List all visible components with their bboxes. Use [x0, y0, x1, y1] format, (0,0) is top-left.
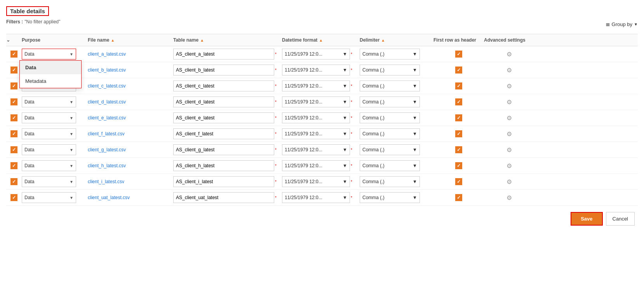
gear-icon-7[interactable]: ⚙	[506, 146, 512, 154]
row-check-10[interactable]	[6, 194, 22, 201]
datetime-select-8[interactable]: 11/25/1979 12:0... ▼	[282, 160, 350, 171]
filename-link-6[interactable]: client_f_latest.csv	[88, 131, 125, 137]
gear-icon-5[interactable]: ⚙	[506, 114, 512, 122]
checkbox-7[interactable]	[10, 146, 17, 153]
checkbox-2[interactable]	[10, 67, 17, 74]
cancel-button[interactable]: Cancel	[606, 212, 635, 226]
row-check-6[interactable]	[6, 130, 22, 137]
tablename-input-2[interactable]	[173, 65, 274, 75]
checkbox-5[interactable]	[10, 114, 17, 121]
delimiter-select-7[interactable]: Comma (,) ▼	[360, 144, 420, 155]
tablename-input-4[interactable]	[173, 96, 274, 107]
purpose-select-5[interactable]: Data ▼	[22, 112, 76, 123]
tablename-input-1[interactable]	[173, 49, 274, 60]
tablename-input-9[interactable]	[173, 176, 274, 187]
row-firstrow-1[interactable]	[433, 51, 484, 58]
purpose-select-7[interactable]: Data ▼	[22, 144, 76, 155]
datetime-select-4[interactable]: 11/25/1979 12:0... ▼	[282, 96, 350, 107]
row-firstrow-2[interactable]	[433, 67, 484, 74]
firstrow-checkbox-5[interactable]	[455, 114, 462, 121]
row-check-1[interactable]	[6, 51, 22, 58]
filename-link-4[interactable]: client_d_latest.csv	[88, 99, 126, 105]
tablename-filter-icon[interactable]: ▲	[200, 38, 204, 42]
firstrow-checkbox-8[interactable]	[455, 162, 462, 169]
row-advanced-4[interactable]: ⚙	[484, 98, 534, 106]
datetime-select-3[interactable]: 11/25/1979 12:0... ▼	[282, 81, 350, 91]
row-firstrow-9[interactable]	[433, 178, 484, 185]
tablename-input-6[interactable]	[173, 128, 274, 139]
datetime-select-5[interactable]: 11/25/1979 12:0... ▼	[282, 112, 350, 123]
delimiter-select-8[interactable]: Comma (,) ▼	[360, 160, 420, 171]
filename-filter-icon[interactable]: ▲	[111, 38, 115, 42]
tablename-input-10[interactable]	[173, 192, 274, 203]
gear-icon-6[interactable]: ⚙	[506, 130, 512, 138]
row-firstrow-3[interactable]	[433, 82, 484, 89]
filename-link-3[interactable]: client_c_latest.csv	[88, 83, 125, 89]
purpose-select-6[interactable]: Data ▼	[22, 128, 76, 139]
checkbox-10[interactable]	[10, 194, 17, 201]
filename-link-5[interactable]: client_e_latest.csv	[88, 115, 126, 121]
delimiter-select-6[interactable]: Comma (,) ▼	[360, 128, 420, 139]
delimiter-filter-icon[interactable]: ▲	[381, 38, 385, 42]
firstrow-checkbox-9[interactable]	[455, 178, 462, 185]
row-advanced-10[interactable]: ⚙	[484, 194, 534, 201]
row-advanced-9[interactable]: ⚙	[484, 178, 534, 186]
datetime-select-1[interactable]: 11/25/1979 12:0... ▼	[282, 49, 350, 60]
checkbox-8[interactable]	[10, 162, 17, 169]
tablename-input-5[interactable]	[173, 112, 274, 123]
row-advanced-3[interactable]: ⚙	[484, 82, 534, 90]
delimiter-select-4[interactable]: Comma (,) ▼	[360, 96, 420, 107]
delimiter-select-9[interactable]: Comma (,) ▼	[360, 176, 420, 187]
datetime-filter-icon[interactable]: ▲	[319, 38, 323, 42]
purpose-select-1[interactable]: Data ▼	[22, 49, 76, 60]
purpose-select-10[interactable]: Data ▼	[22, 192, 76, 203]
gear-icon-9[interactable]: ⚙	[506, 178, 512, 186]
save-button[interactable]: Save	[571, 212, 602, 226]
gear-icon-3[interactable]: ⚙	[506, 82, 512, 90]
delimiter-select-2[interactable]: Comma (,) ▼	[360, 65, 420, 75]
datetime-select-2[interactable]: 11/25/1979 12:0... ▼	[282, 65, 350, 75]
delimiter-select-1[interactable]: Comma (,) ▼	[360, 49, 420, 60]
firstrow-checkbox-10[interactable]	[455, 194, 462, 201]
row-firstrow-7[interactable]	[433, 146, 484, 153]
checkbox-4[interactable]	[10, 98, 17, 105]
row-firstrow-5[interactable]	[433, 114, 484, 121]
firstrow-checkbox-2[interactable]	[455, 67, 462, 74]
filename-link-7[interactable]: client_g_latest.csv	[88, 147, 126, 152]
row-advanced-5[interactable]: ⚙	[484, 114, 534, 122]
filename-link-1[interactable]: client_a_latest.csv	[88, 51, 126, 57]
datetime-select-9[interactable]: 11/25/1979 12:0... ▼	[282, 176, 350, 187]
dropdown-item-data[interactable]: Data	[20, 61, 81, 74]
row-advanced-2[interactable]: ⚙	[484, 67, 534, 74]
datetime-select-7[interactable]: 11/25/1979 12:0... ▼	[282, 144, 350, 155]
delimiter-select-3[interactable]: Comma (,) ▼	[360, 81, 420, 91]
group-by-button[interactable]: ≣ Group by ▼	[606, 21, 638, 27]
firstrow-checkbox-1[interactable]	[455, 51, 462, 58]
filename-link-8[interactable]: client_h_latest.csv	[88, 163, 126, 168]
firstrow-checkbox-3[interactable]	[455, 82, 462, 89]
tablename-input-8[interactable]	[173, 160, 274, 171]
row-advanced-7[interactable]: ⚙	[484, 146, 534, 154]
tablename-input-3[interactable]	[173, 81, 274, 91]
row-check-5[interactable]	[6, 114, 22, 121]
filename-link-10[interactable]: client_uat_latest.csv	[88, 195, 130, 200]
firstrow-checkbox-7[interactable]	[455, 146, 462, 153]
checkbox-3[interactable]	[10, 82, 17, 89]
datetime-select-10[interactable]: 11/25/1979 12:0... ▼	[282, 192, 350, 203]
filename-link-2[interactable]: client_b_latest.csv	[88, 67, 126, 73]
purpose-select-9[interactable]: Data ▼	[22, 176, 76, 187]
gear-icon-2[interactable]: ⚙	[506, 67, 512, 74]
gear-icon-1[interactable]: ⚙	[506, 51, 512, 58]
gear-icon-4[interactable]: ⚙	[506, 98, 512, 106]
row-advanced-8[interactable]: ⚙	[484, 162, 534, 170]
tablename-input-7[interactable]	[173, 144, 274, 155]
gear-icon-8[interactable]: ⚙	[506, 162, 512, 170]
row-check-7[interactable]	[6, 146, 22, 153]
row-firstrow-4[interactable]	[433, 98, 484, 105]
row-firstrow-8[interactable]	[433, 162, 484, 169]
delimiter-select-5[interactable]: Comma (,) ▼	[360, 112, 420, 123]
row-check-9[interactable]	[6, 178, 22, 185]
row-check-8[interactable]	[6, 162, 22, 169]
purpose-select-8[interactable]: Data ▼	[22, 160, 76, 171]
row-firstrow-6[interactable]	[433, 130, 484, 137]
